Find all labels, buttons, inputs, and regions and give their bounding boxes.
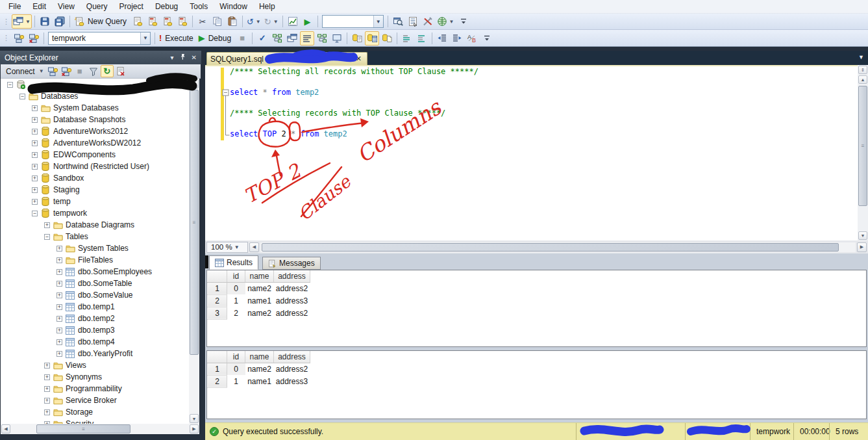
- expand-icon[interactable]: +: [32, 199, 38, 205]
- available-databases-combobox[interactable]: tempwork▼: [48, 32, 151, 45]
- grid-cell[interactable]: 1: [227, 375, 245, 387]
- tree-item-views[interactable]: +Views: [1, 359, 189, 371]
- editor-hscrollbar[interactable]: [260, 242, 856, 252]
- column-header-address[interactable]: address: [274, 270, 310, 282]
- column-header-name[interactable]: name: [245, 270, 274, 282]
- activity-monitor-icon[interactable]: [286, 14, 300, 29]
- expand-icon[interactable]: +: [56, 292, 62, 298]
- grid-cell[interactable]: address2: [274, 307, 310, 319]
- toolbar-grip[interactable]: ⋮: [1, 18, 11, 26]
- menu-window[interactable]: Window: [214, 1, 253, 12]
- tree-item-tempwork[interactable]: −tempwork: [1, 207, 189, 219]
- tree-item-filetables[interactable]: +FileTables: [1, 254, 189, 266]
- new-window-icon[interactable]: ▼: [12, 14, 32, 29]
- grid-cell[interactable]: name1: [245, 294, 274, 307]
- tab-results[interactable]: Results: [209, 255, 258, 270]
- object-explorer-hscrollbar[interactable]: ◀ ≡ ▶: [1, 424, 199, 434]
- grid-cell[interactable]: 1: [227, 294, 245, 307]
- debug-icon[interactable]: ▶Debug: [197, 31, 234, 45]
- grid-corner[interactable]: [208, 351, 227, 363]
- expand-icon[interactable]: +: [32, 152, 38, 158]
- save-icon[interactable]: [38, 14, 52, 29]
- increase-indent-icon[interactable]: [450, 31, 464, 45]
- paste-icon[interactable]: [225, 14, 240, 29]
- chevron-down-icon[interactable]: ▼: [373, 16, 383, 27]
- scroll-up-icon[interactable]: ▲: [190, 79, 199, 88]
- analysis-dmx-query-icon[interactable]: [160, 14, 175, 29]
- uncomment-icon[interactable]: [415, 31, 429, 45]
- results-to-grid-icon[interactable]: [365, 31, 379, 45]
- expand-icon[interactable]: +: [32, 105, 38, 111]
- toolbar-grip[interactable]: ⋮: [1, 34, 11, 42]
- tree-item-database-diagrams[interactable]: +Database Diagrams: [1, 219, 189, 231]
- tree-item-dbo-someemployees[interactable]: +dbo.SomeEmployees: [1, 266, 189, 278]
- tree-item-storage[interactable]: +Storage: [1, 406, 189, 418]
- pin-icon[interactable]: [179, 53, 186, 62]
- expand-icon[interactable]: +: [32, 187, 38, 193]
- scroll-thumb[interactable]: ≡: [36, 424, 130, 434]
- tree-item-synonyms[interactable]: +Synonyms: [1, 371, 189, 383]
- expand-icon[interactable]: +: [56, 339, 62, 345]
- tree-item-programmability[interactable]: +Programmability: [1, 383, 189, 395]
- redo-icon[interactable]: ↻▼: [263, 14, 280, 29]
- column-header-id[interactable]: id: [227, 351, 245, 363]
- results-to-text-icon[interactable]: [350, 31, 364, 45]
- expand-icon[interactable]: +: [32, 175, 38, 181]
- tree-item-security[interactable]: +Security: [1, 418, 189, 424]
- database-engine-query-icon[interactable]: [130, 14, 145, 29]
- tree-item-dbo-somevalue[interactable]: +dbo.SomeValue: [1, 289, 189, 301]
- tree-item-server[interactable]: −: [1, 79, 189, 90]
- tree-item-tables[interactable]: −Tables: [1, 231, 189, 242]
- analysis-xmla-query-icon[interactable]: [175, 14, 190, 29]
- menu-tools[interactable]: Tools: [184, 1, 214, 12]
- undo-icon[interactable]: ↺▼: [245, 14, 262, 29]
- stop-icon[interactable]: ■: [235, 31, 249, 45]
- grid-corner[interactable]: [208, 270, 227, 282]
- menu-project[interactable]: Project: [114, 1, 149, 12]
- object-explorer-vscrollbar[interactable]: ▲ ≡ ▼: [189, 79, 199, 424]
- scroll-up-icon[interactable]: ▲: [858, 75, 867, 84]
- sql-editor[interactable]: /**** Selecting all records without TOP …: [205, 65, 868, 240]
- tree-item-database-snapshots[interactable]: +Database Snapshots: [1, 114, 189, 125]
- disconnect-icon[interactable]: [60, 65, 73, 77]
- scroll-thumb[interactable]: [262, 243, 839, 252]
- grid-cell[interactable]: name2: [245, 363, 274, 375]
- decrease-indent-icon[interactable]: [435, 31, 449, 45]
- grid-cell[interactable]: 0: [227, 363, 245, 375]
- find-combo-combobox[interactable]: ▼: [322, 15, 384, 28]
- menu-debug[interactable]: Debug: [149, 1, 184, 12]
- scroll-down-icon[interactable]: ▼: [190, 414, 199, 423]
- editor-vscrollbar[interactable]: ⇕ ▲ ≡ ▼: [858, 65, 868, 240]
- toolbar-options-icon[interactable]: [480, 31, 494, 45]
- grid-cell[interactable]: 2: [227, 307, 245, 319]
- tree-item-sandbox[interactable]: +Sandbox: [1, 172, 189, 184]
- scroll-right-icon[interactable]: ▶: [857, 242, 867, 252]
- expand-icon[interactable]: +: [56, 328, 62, 333]
- tree-item-northwind-restricted-user-[interactable]: +Northwind (Restricted User): [1, 161, 189, 172]
- expand-icon[interactable]: +: [32, 129, 38, 135]
- expand-icon[interactable]: +: [44, 363, 50, 369]
- filter-icon[interactable]: [87, 65, 100, 77]
- tree-item-dbo-temp3[interactable]: +dbo.temp3: [1, 324, 189, 336]
- expand-icon[interactable]: +: [44, 222, 50, 228]
- tree-item-staging[interactable]: +Staging: [1, 184, 189, 196]
- grid-cell[interactable]: address3: [274, 294, 310, 307]
- toolbar-options-icon[interactable]: [456, 14, 471, 29]
- collapse-icon[interactable]: −: [44, 234, 50, 240]
- tree-item-dbo-temp1[interactable]: +dbo.temp1: [1, 301, 189, 313]
- expand-icon[interactable]: +: [56, 257, 62, 263]
- tree-item-databases[interactable]: −Databases: [1, 90, 189, 102]
- tree-item-adventureworksdw2012[interactable]: +AdventureWorksDW2012: [1, 137, 189, 149]
- tree-item-dbo-temp4[interactable]: +dbo.temp4: [1, 336, 189, 348]
- expand-icon[interactable]: +: [32, 164, 38, 170]
- menu-edit[interactable]: Edit: [27, 1, 52, 12]
- tree-item-adventureworks2012[interactable]: +AdventureWorks2012: [1, 125, 189, 137]
- menu-help[interactable]: Help: [253, 1, 281, 12]
- sqlcmd-mode-icon[interactable]: AB: [465, 31, 479, 45]
- tree-item-edwcomponents[interactable]: +EDWComponents: [1, 149, 189, 161]
- expand-icon[interactable]: +: [44, 374, 50, 380]
- cut-icon[interactable]: ✂: [195, 14, 210, 29]
- generate-scripts-icon[interactable]: [114, 65, 127, 77]
- copy-icon[interactable]: [210, 14, 225, 29]
- scroll-right-icon[interactable]: ▶: [190, 424, 199, 434]
